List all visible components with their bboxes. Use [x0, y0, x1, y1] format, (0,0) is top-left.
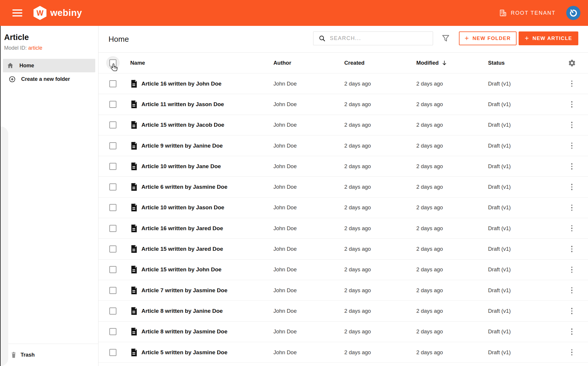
- row-name[interactable]: Article 10 written by Jason Doe: [141, 204, 273, 211]
- column-header-name[interactable]: Name: [130, 60, 273, 66]
- row-actions-menu-icon[interactable]: [569, 120, 574, 130]
- row-checkbox[interactable]: [109, 101, 116, 108]
- table-row[interactable]: Article 8 written by Janine Doe John Doe…: [98, 301, 588, 321]
- table-row[interactable]: Article 15 written by Jacob Doe John Doe…: [98, 115, 588, 136]
- row-name[interactable]: Article 10 written by Jane Doe: [141, 163, 273, 170]
- row-actions-menu-icon[interactable]: [569, 161, 574, 171]
- row-created: 2 days ago: [344, 308, 416, 314]
- table-row[interactable]: Article 10 written by Jane Doe John Doe …: [98, 156, 588, 177]
- hamburger-menu-icon[interactable]: [12, 8, 22, 18]
- table-row[interactable]: Article 5 written by Jasmine Doe John Do…: [98, 342, 588, 363]
- row-modified: 2 days ago: [416, 184, 488, 190]
- search-input[interactable]: [329, 35, 433, 42]
- row-name[interactable]: Article 15 written by John Doe: [141, 266, 273, 273]
- tenant-selector[interactable]: ROOT TENANT: [499, 9, 556, 17]
- row-name[interactable]: Article 8 written by Janine Doe: [141, 308, 273, 314]
- row-checkbox[interactable]: [109, 163, 116, 170]
- row-name[interactable]: Article 15 written by Jacob Doe: [141, 122, 273, 128]
- row-checkbox[interactable]: [109, 287, 116, 294]
- row-created: 2 days ago: [344, 287, 416, 294]
- main-content: Home + NEW FOLDER + NEW ARTICLE: [98, 26, 588, 366]
- plus-icon: +: [525, 34, 529, 42]
- trash-label: Trash: [21, 352, 35, 358]
- row-checkbox[interactable]: [109, 307, 116, 315]
- row-name[interactable]: Article 6 written by Jasmine Doe: [141, 184, 273, 190]
- page-title: Home: [108, 35, 129, 44]
- row-name[interactable]: Article 7 written by Jasmine Doe: [141, 287, 273, 294]
- row-actions-menu-icon[interactable]: [569, 182, 574, 192]
- row-status: Draft (v1): [488, 81, 565, 87]
- row-name[interactable]: Article 15 written by Jared Doe: [141, 246, 273, 252]
- table-row[interactable]: Article 15 written by Jared Doe John Doe…: [98, 239, 588, 259]
- row-checkbox[interactable]: [109, 245, 116, 253]
- model-id-value[interactable]: article: [28, 45, 42, 51]
- select-all-checkbox[interactable]: [109, 59, 116, 66]
- row-checkbox[interactable]: [109, 80, 116, 87]
- row-name[interactable]: Article 9 written by Janine Doe: [141, 143, 273, 149]
- row-actions-menu-icon[interactable]: [569, 99, 574, 109]
- row-modified: 2 days ago: [416, 287, 488, 294]
- create-folder-button[interactable]: Create a new folder: [3, 72, 95, 86]
- row-actions-menu-icon[interactable]: [569, 327, 574, 337]
- table-row[interactable]: Article 10 written by Jason Doe John Doe…: [98, 198, 588, 218]
- row-actions-menu-icon[interactable]: [569, 203, 574, 213]
- table-row[interactable]: Article 8 written by Jasmine Doe John Do…: [98, 322, 588, 342]
- sidebar-item-home[interactable]: Home: [3, 59, 95, 72]
- webiny-logo[interactable]: W webiny: [34, 6, 82, 20]
- row-status: Draft (v1): [488, 308, 565, 314]
- table-row[interactable]: Article 11 written by Jason Doe John Doe…: [98, 94, 588, 115]
- row-author: John Doe: [273, 81, 344, 87]
- sidebar-item-label: Create a new folder: [21, 76, 70, 82]
- table-row[interactable]: Article 7 written by Jasmine Doe John Do…: [98, 280, 588, 301]
- row-actions-menu-icon[interactable]: [569, 347, 574, 357]
- row-checkbox[interactable]: [109, 183, 116, 190]
- column-header-status[interactable]: Status: [488, 60, 565, 66]
- filter-icon[interactable]: [442, 34, 450, 43]
- document-icon: [130, 245, 141, 253]
- row-author: John Doe: [273, 266, 344, 273]
- row-name[interactable]: Article 5 written by Jasmine Doe: [141, 349, 273, 356]
- trash-icon: [11, 352, 17, 358]
- trash-button[interactable]: Trash: [0, 344, 98, 366]
- table-row[interactable]: Article 6 written by Jasmine Doe John Do…: [98, 177, 588, 197]
- row-actions-menu-icon[interactable]: [569, 265, 574, 275]
- row-checkbox[interactable]: [109, 266, 116, 273]
- row-actions-menu-icon[interactable]: [569, 223, 574, 233]
- row-checkbox[interactable]: [109, 349, 116, 356]
- table-row[interactable]: Article 16 written by John Doe John Doe …: [98, 73, 588, 94]
- row-status: Draft (v1): [488, 163, 565, 170]
- row-checkbox[interactable]: [109, 225, 116, 232]
- row-actions-menu-icon[interactable]: [569, 141, 574, 151]
- row-actions-menu-icon[interactable]: [569, 306, 574, 316]
- column-header-created[interactable]: Created: [344, 60, 416, 66]
- row-actions-menu-icon[interactable]: [569, 285, 574, 295]
- new-article-button[interactable]: + NEW ARTICLE: [519, 31, 578, 45]
- row-actions-menu-icon[interactable]: [569, 79, 574, 89]
- table-row[interactable]: Article 15 written by John Doe John Doe …: [98, 260, 588, 280]
- column-header-author[interactable]: Author: [273, 60, 344, 66]
- sidebar: Article Model ID: article Home Create a …: [0, 26, 98, 366]
- document-icon: [130, 203, 141, 212]
- user-avatar[interactable]: [566, 6, 580, 20]
- new-folder-button[interactable]: + NEW FOLDER: [459, 31, 517, 45]
- row-checkbox[interactable]: [109, 121, 116, 128]
- table-settings-gear-icon[interactable]: [568, 59, 576, 67]
- row-modified: 2 days ago: [416, 204, 488, 211]
- table-row[interactable]: Article 9 written by Janine Doe John Doe…: [98, 136, 588, 156]
- document-icon: [130, 286, 141, 295]
- row-checkbox[interactable]: [109, 142, 116, 149]
- row-checkbox[interactable]: [109, 204, 116, 211]
- row-name[interactable]: Article 8 written by Jasmine Doe: [141, 328, 273, 335]
- row-name[interactable]: Article 16 written by John Doe: [141, 81, 273, 87]
- row-status: Draft (v1): [488, 143, 565, 149]
- row-created: 2 days ago: [344, 204, 416, 211]
- column-header-modified[interactable]: Modified: [416, 60, 488, 66]
- row-checkbox[interactable]: [109, 328, 116, 335]
- logo-letter: W: [36, 9, 44, 17]
- row-name[interactable]: Article 11 written by Jason Doe: [141, 101, 273, 108]
- row-actions-menu-icon[interactable]: [569, 244, 574, 254]
- row-name[interactable]: Article 16 written by Jared Doe: [141, 225, 273, 232]
- table-row[interactable]: Article 16 written by Jared Doe John Doe…: [98, 218, 588, 239]
- row-created: 2 days ago: [344, 143, 416, 149]
- search-box[interactable]: [313, 31, 433, 45]
